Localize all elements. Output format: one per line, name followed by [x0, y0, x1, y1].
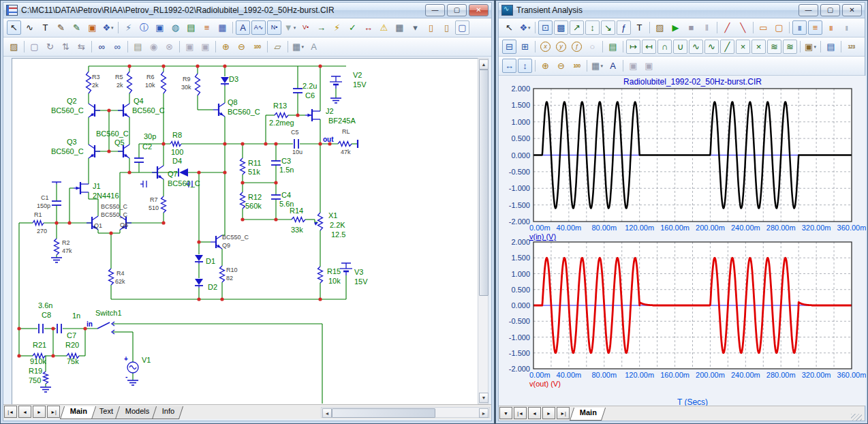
- schematic-label[interactable]: R4: [117, 270, 125, 277]
- schematic-label[interactable]: Q1: [94, 222, 102, 229]
- y-cursor-mode-button[interactable]: ↕: [518, 59, 532, 73]
- schematic-label[interactable]: Q2: [67, 97, 77, 105]
- select-tool-button[interactable]: ↖: [7, 20, 21, 35]
- schematic-label[interactable]: 30p: [144, 132, 156, 140]
- maximize-button[interactable]: ▢: [447, 4, 467, 16]
- schematic-label[interactable]: 3.6n: [38, 301, 52, 309]
- schematic-canvas[interactable]: Q2BC560_CQ3BC560_CQ4BC560_CBC560_CQ5R32k…: [12, 58, 479, 406]
- cascade-windows-button[interactable]: ▣: [626, 59, 640, 73]
- schematic-label[interactable]: BF245A: [328, 117, 356, 125]
- show-pin-connections-button[interactable]: ↔: [361, 20, 375, 35]
- scale-vertical-button[interactable]: ↕: [585, 20, 600, 35]
- schematic-label[interactable]: 2.2meg: [269, 119, 294, 127]
- zoom-in-button[interactable]: ⊕: [219, 40, 233, 54]
- schematic-label[interactable]: 10k: [145, 82, 155, 89]
- rotate-button[interactable]: ↻: [43, 40, 57, 54]
- shapes-tool-button[interactable]: ❖▾: [518, 20, 532, 35]
- grid-options-button[interactable]: ▾: [408, 20, 422, 35]
- minimize-button[interactable]: —: [425, 4, 445, 16]
- schematic-label[interactable]: 2.2K: [330, 221, 345, 229]
- minimize-button[interactable]: —: [799, 4, 818, 16]
- schematic-label[interactable]: R20: [65, 341, 79, 349]
- go-to-performance-button[interactable]: ƒ: [570, 40, 584, 54]
- schematic-hscrollbar[interactable]: ◄ ►: [321, 407, 490, 418]
- tab-info[interactable]: Info: [152, 406, 184, 419]
- zoom-out-button[interactable]: ⊖: [234, 40, 249, 54]
- go-to-valley-button[interactable]: ∪: [673, 40, 687, 54]
- zoom-100-button[interactable]: 100: [570, 59, 584, 73]
- picture-tool-button[interactable]: ▣: [85, 20, 99, 35]
- show-conditions-button[interactable]: ✓: [345, 20, 360, 35]
- go-to-branch-button[interactable]: ○: [585, 40, 600, 54]
- schematic-label[interactable]: C8: [42, 311, 51, 319]
- schematic-label[interactable]: out: [323, 136, 334, 143]
- schematic-label[interactable]: BC560_C: [51, 106, 84, 115]
- schematic-label[interactable]: D1: [206, 257, 215, 265]
- wire-mode-button[interactable]: ∿: [22, 20, 37, 35]
- grid-display-button[interactable]: ▦▾: [291, 40, 305, 54]
- cursor-next-left-button[interactable]: ↦: [626, 40, 640, 54]
- copy-to-front-button[interactable]: ▣: [183, 40, 197, 54]
- schematic-label[interactable]: BC560_C: [168, 179, 200, 187]
- schematic-vscrollbar[interactable]: ▲ ▼: [478, 58, 489, 404]
- show-currents-button[interactable]: →: [314, 20, 328, 35]
- panel-2-button[interactable]: ||: [839, 20, 854, 35]
- plot-legend[interactable]: v(in) (V): [529, 232, 556, 241]
- new-page-button[interactable]: ▯: [424, 20, 438, 35]
- schematic-components[interactable]: [33, 72, 358, 392]
- schematic-label[interactable]: R7: [150, 196, 158, 203]
- copy-to-back-button[interactable]: ▣: [198, 40, 213, 54]
- select-tool-button[interactable]: ↖: [502, 20, 516, 35]
- info-mode-button[interactable]: ⓘ: [137, 20, 151, 35]
- schematic-label[interactable]: 1n: [72, 312, 80, 320]
- panel-horizontal-button[interactable]: ≡: [808, 20, 822, 35]
- horizontal-cursor-button[interactable]: ⊟: [502, 40, 516, 54]
- schematic-label[interactable]: Q6: [120, 222, 128, 228]
- schematic-label[interactable]: C2: [142, 142, 152, 151]
- tracker-cursor-button[interactable]: ⊞: [518, 40, 532, 54]
- schematic-drawing[interactable]: Q2BC560_CQ3BC560_CQ4BC560_CBC560_CQ5R32k…: [12, 59, 477, 404]
- schematic-label[interactable]: 15V: [354, 277, 368, 286]
- schematic-label[interactable]: C5: [291, 129, 299, 136]
- schematic-label[interactable]: 33k: [291, 226, 303, 234]
- plots[interactable]: 2.0001.5001.0000.5000.000-0.500-1.000-1.…: [499, 76, 866, 406]
- flip-horizontal-button[interactable]: ⇆: [74, 40, 89, 54]
- scale-horizontal-button[interactable]: ↘: [601, 20, 615, 35]
- zoom-100-button[interactable]: 100: [250, 40, 264, 54]
- schematic-label[interactable]: Q8: [228, 98, 238, 106]
- scroll-down-button[interactable]: ▼: [479, 393, 489, 403]
- schematic-label[interactable]: R10: [226, 267, 238, 273]
- scale-mode-button[interactable]: ⊡: [538, 20, 553, 35]
- schematic-label[interactable]: X1: [328, 211, 337, 219]
- schematic-label[interactable]: Q3: [67, 138, 77, 146]
- schematic-label[interactable]: V3: [354, 268, 363, 276]
- tab-nav-button[interactable]: ►: [542, 407, 555, 419]
- design-rules-button[interactable]: ▦: [215, 20, 230, 35]
- analysis-titlebar[interactable]: Transient Analysis — ▢ ✕: [499, 3, 865, 18]
- close-button[interactable]: ✕: [469, 4, 489, 16]
- run-button[interactable]: ▶: [668, 20, 683, 35]
- tab-nav-button[interactable]: |◄: [4, 406, 17, 418]
- schematic-label[interactable]: 15V: [353, 80, 367, 89]
- text-page-button[interactable]: ▯: [439, 20, 454, 35]
- clipboard-button[interactable]: ▣▾: [803, 40, 818, 54]
- go-to-global-low-button[interactable]: ×: [751, 40, 766, 54]
- scroll-right-button[interactable]: ►: [479, 408, 489, 418]
- schematic-label[interactable]: BC550_C: [101, 211, 128, 218]
- scroll-left-button[interactable]: ◄: [322, 408, 332, 418]
- tab-nav-button[interactable]: ◄: [528, 407, 541, 419]
- schematic-label[interactable]: 30k: [181, 84, 191, 91]
- tab-nav-button[interactable]: ►|: [557, 407, 570, 419]
- show-node-numbers-button[interactable]: N•: [267, 20, 281, 35]
- tab-nav-button[interactable]: ►: [33, 406, 46, 418]
- schematic-wires[interactable]: [19, 66, 358, 404]
- schematic-label[interactable]: R19: [29, 367, 42, 375]
- waveform-buffer-button[interactable]: ▤: [606, 40, 620, 54]
- component-list-button[interactable]: ≡: [200, 20, 214, 35]
- schematic-label[interactable]: R11: [248, 159, 261, 167]
- schematic-label[interactable]: Q4: [134, 97, 144, 105]
- font-tool-button[interactable]: A: [307, 40, 321, 54]
- cursor-mode-button[interactable]: ▩: [554, 20, 568, 35]
- go-to-y-button[interactable]: y: [554, 40, 568, 54]
- schematic-label[interactable]: R2: [62, 239, 70, 246]
